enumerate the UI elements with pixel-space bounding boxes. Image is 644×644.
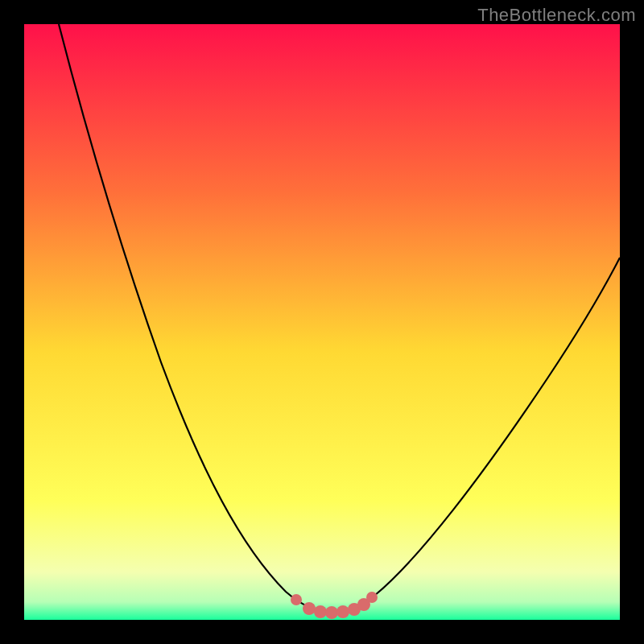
svg-point-7: [366, 592, 378, 603]
svg-point-1: [303, 602, 316, 615]
svg-point-3: [325, 606, 338, 619]
watermark-text: TheBottleneck.com: [477, 5, 636, 26]
svg-point-2: [314, 605, 327, 618]
plot-area-gradient: [24, 24, 620, 620]
chart-svg: [0, 0, 644, 644]
chart-canvas: TheBottleneck.com: [0, 0, 644, 644]
svg-point-4: [336, 605, 349, 618]
svg-point-0: [291, 594, 302, 605]
